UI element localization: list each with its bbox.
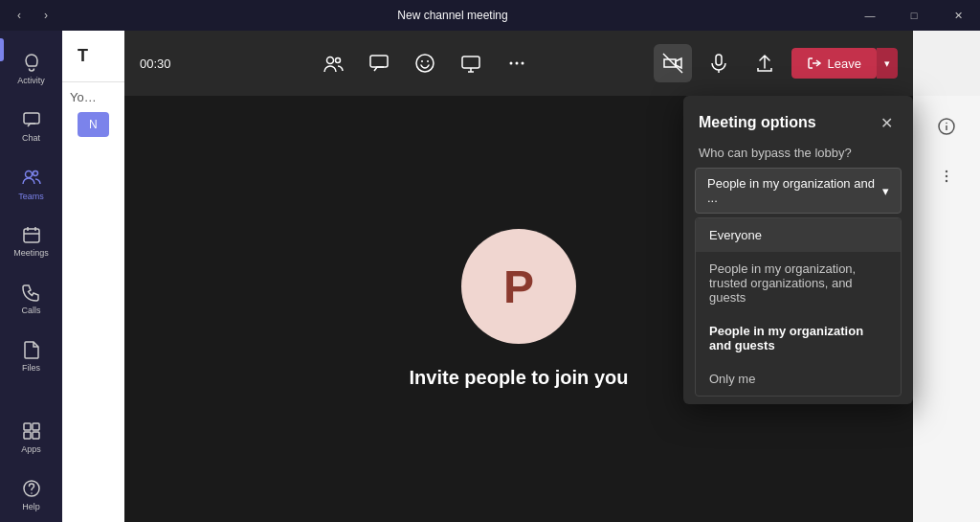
sidebar: Activity Chat Teams (0, 31, 62, 522)
calls-icon (22, 283, 41, 302)
sidebar-item-teams[interactable]: Teams (5, 157, 58, 211)
svg-rect-16 (462, 57, 479, 68)
svg-point-2 (33, 171, 37, 176)
dropdown-item-only-me[interactable]: Only me (696, 362, 901, 396)
main-content: T Yo… N 00:30 (62, 31, 980, 522)
chat-icon (22, 110, 41, 129)
svg-rect-7 (33, 432, 39, 439)
right-more-button[interactable] (924, 153, 969, 199)
calls-label: Calls (21, 306, 40, 315)
svg-rect-6 (24, 432, 31, 439)
dropdown-item-org-guests[interactable]: People in my organization and guests (696, 314, 901, 362)
teams-icon (21, 167, 42, 188)
files-icon (22, 340, 41, 359)
select-container: People in my organization and ... ▾ (695, 168, 902, 214)
teams-label: Teams (18, 192, 44, 201)
apps-label: Apps (21, 444, 41, 454)
meeting-controls-center (314, 44, 536, 82)
sidebar-item-help[interactable]: Help (5, 468, 58, 522)
chat-label: Chat (22, 133, 40, 143)
svg-rect-21 (716, 55, 722, 65)
dropdown-item-org-trusted[interactable]: People in my organization, trusted organ… (696, 252, 901, 314)
sidebar-item-calls[interactable]: Calls (5, 272, 58, 326)
meeting-controls-right: Leave ▾ (654, 44, 898, 82)
dropdown-item-everyone[interactable]: Everyone (696, 218, 901, 252)
app-container: Activity Chat Teams (0, 31, 980, 522)
svg-line-20 (663, 54, 682, 73)
select-value: People in my organization and ... (707, 176, 882, 205)
files-label: Files (22, 363, 40, 373)
participant-avatar: P (461, 229, 576, 344)
lobby-label: Who can bypass the lobby? (683, 146, 913, 168)
apps-icon (22, 421, 41, 441)
more-button[interactable] (498, 44, 536, 82)
maximize-button[interactable]: □ (892, 0, 936, 31)
sidebar-item-apps[interactable]: Apps (5, 411, 58, 465)
meeting-options-title: Meeting options (699, 114, 816, 131)
meetings-label: Meetings (13, 248, 49, 258)
close-button[interactable]: ✕ (936, 0, 980, 31)
new-meeting-button[interactable]: N (78, 112, 109, 137)
dropdown-list: Everyone People in my organization, trus… (695, 217, 902, 397)
minimize-button[interactable]: — (848, 0, 892, 31)
leave-label: Leave (828, 57, 861, 71)
meeting-options-panel: Meeting options ✕ Who can bypass the lob… (683, 96, 913, 404)
svg-point-1 (25, 171, 32, 178)
microphone-button[interactable] (700, 44, 738, 82)
select-display[interactable]: People in my organization and ... ▾ (695, 168, 902, 214)
svg-point-28 (946, 175, 947, 177)
leave-chevron-button[interactable]: ▾ (877, 48, 898, 79)
svg-point-29 (946, 180, 947, 182)
title-bar-nav: ‹ › (0, 4, 57, 27)
share-button[interactable] (746, 44, 784, 82)
meeting-toolbar: 00:30 (124, 31, 913, 96)
svg-point-26 (946, 123, 947, 125)
sidebar-item-meetings[interactable]: Meetings (5, 215, 58, 268)
window-title: New channel meeting (57, 9, 848, 22)
select-chevron-icon: ▾ (882, 184, 889, 198)
svg-point-18 (516, 62, 519, 65)
svg-point-15 (427, 60, 429, 62)
svg-rect-12 (370, 56, 388, 67)
meeting-options-close[interactable]: ✕ (875, 111, 898, 134)
svg-rect-5 (33, 423, 39, 430)
svg-point-17 (510, 62, 513, 65)
svg-point-10 (327, 57, 334, 64)
chat-button[interactable] (360, 44, 398, 82)
help-label: Help (22, 502, 40, 511)
svg-rect-4 (24, 423, 31, 430)
help-icon (22, 479, 41, 498)
screen-share-button[interactable] (452, 44, 490, 82)
window-controls: — □ ✕ (848, 0, 980, 31)
info-button[interactable] (924, 103, 969, 149)
invite-text: Invite people to join you (410, 367, 629, 389)
back-button[interactable]: ‹ (8, 4, 31, 27)
svg-rect-3 (24, 229, 39, 242)
leave-group: Leave ▾ (791, 48, 898, 79)
reactions-button[interactable] (406, 44, 444, 82)
svg-point-14 (421, 60, 423, 62)
leave-button[interactable]: Leave (791, 48, 877, 79)
svg-rect-0 (24, 113, 39, 124)
right-edge-panel (913, 96, 980, 522)
forward-button[interactable]: › (34, 4, 57, 27)
sidebar-item-files[interactable]: Files (5, 329, 58, 383)
active-indicator (0, 38, 4, 61)
sidebar-item-activity[interactable]: Activity (5, 42, 58, 96)
participants-button[interactable] (314, 44, 352, 82)
title-bar: ‹ › New channel meeting — □ ✕ (0, 0, 980, 31)
svg-point-9 (31, 492, 33, 494)
svg-point-19 (522, 62, 524, 65)
sidebar-item-chat[interactable]: Chat (5, 100, 58, 153)
svg-point-13 (416, 55, 434, 72)
activity-icon (22, 53, 41, 72)
video-button[interactable] (654, 44, 692, 82)
meetings-icon (22, 225, 41, 244)
svg-point-11 (336, 58, 341, 63)
activity-label: Activity (17, 76, 45, 85)
meeting-timer: 00:30 (140, 57, 197, 71)
svg-point-27 (946, 170, 947, 172)
meeting-options-header: Meeting options ✕ (683, 96, 913, 146)
